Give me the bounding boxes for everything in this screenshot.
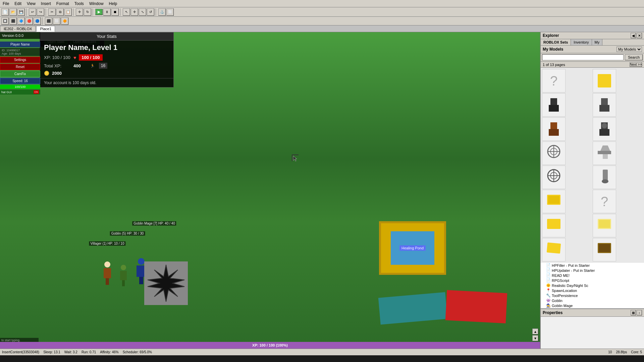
save-btn[interactable]: 💾: [17, 8, 25, 16]
move-tool[interactable]: ✛: [131, 8, 138, 16]
model-cell-12[interactable]: ?: [593, 190, 616, 213]
anchor-btn[interactable]: ⚓: [158, 8, 166, 16]
tb2-btn5[interactable]: 🔵: [34, 17, 41, 25]
model-cell-7[interactable]: [542, 141, 566, 165]
tab-ie202[interactable]: IE202 - ROBLOX: [0, 26, 36, 32]
svg-rect-3: [550, 98, 557, 105]
prop-sort-icon[interactable]: ↕: [637, 310, 642, 315]
reset-button[interactable]: Reset: [0, 64, 40, 70]
new-btn[interactable]: 📄: [1, 8, 9, 16]
tree-item-8[interactable]: 🧙Goblin Mage: [541, 303, 644, 308]
version-text: Version 0.0.0: [2, 34, 23, 38]
tb2-btn2[interactable]: ⬛: [9, 17, 17, 25]
model-cell-6[interactable]: [593, 117, 616, 141]
tb2-btn6[interactable]: ⬛: [45, 17, 52, 25]
stop-button[interactable]: ⏹: [111, 8, 119, 16]
menu-file[interactable]: File: [0, 1, 12, 7]
svg-point-24: [602, 179, 608, 183]
model-cell-10[interactable]: [593, 166, 616, 189]
tree-item-5[interactable]: 📍SpawnLocation: [541, 288, 644, 293]
tab-my[interactable]: My: [592, 39, 603, 45]
model-cell-16[interactable]: [593, 238, 616, 261]
menu-edit[interactable]: Edit: [12, 1, 24, 7]
prop-grid-icon[interactable]: ⊞: [631, 310, 636, 315]
pond-outer: Healing Pond: [379, 221, 446, 275]
explorer-header: Explorer ◀ ✕: [541, 32, 644, 39]
menu-tools[interactable]: Tools: [72, 1, 87, 7]
tb2-btn3[interactable]: 🔷: [17, 17, 25, 25]
model-search-input[interactable]: [542, 54, 624, 60]
red-block: [445, 290, 507, 323]
speed-button[interactable]: Speed: 16: [0, 78, 40, 84]
collide-btn[interactable]: ⬜: [166, 8, 174, 16]
toolbar-2: 🔲 ⬛ 🔷 🔴 🔵 ⬛ ⬜ 🔶: [0, 17, 644, 25]
chat-toggle[interactable]: Ch: [34, 90, 39, 94]
model-cell-11[interactable]: [542, 190, 566, 213]
properties-title: Properties: [543, 310, 562, 315]
paste-btn[interactable]: 📋: [64, 8, 72, 16]
camfix-button[interactable]: CamFix: [0, 71, 40, 77]
redo-btn[interactable]: ↪: [37, 8, 44, 16]
scroll-up-btn[interactable]: ▲: [532, 328, 538, 335]
speed-badge: 16: [99, 63, 107, 69]
pond-label: Healing Pond: [399, 245, 426, 251]
scroll-down-btn[interactable]: ▼: [532, 335, 538, 341]
tree-item-7[interactable]: 👾Goblin: [541, 298, 644, 303]
model-search-button[interactable]: Search: [625, 54, 643, 60]
model-cell-4[interactable]: [593, 93, 616, 117]
rotate-btn[interactable]: ↻: [84, 8, 91, 16]
tree-item-4[interactable]: 🌞Realistic Day/Night Sc: [541, 283, 644, 288]
model-dropdown[interactable]: My Models: [616, 47, 642, 52]
model-cell-15[interactable]: [542, 238, 566, 261]
stats-panel: Your Stats Player Name, Level 1 XP: 100 …: [40, 32, 174, 87]
player-id: ID: 10499017: [2, 49, 39, 52]
tree-item-6[interactable]: 🔧ToolPersistence: [541, 293, 644, 298]
menu-window[interactable]: Window: [87, 1, 106, 7]
undo-btn[interactable]: ↩: [29, 8, 36, 16]
explorer-close-btn[interactable]: ✕: [637, 33, 642, 38]
open-btn[interactable]: 📂: [9, 8, 17, 16]
model-header-label: My Models: [543, 47, 563, 52]
tab-roblox-sets[interactable]: ROBLOX Sets: [541, 39, 571, 45]
properties-panel: Properties ⊞ ↕: [541, 308, 644, 349]
menu-format[interactable]: Format: [54, 1, 72, 7]
coins-row: 🪙 2000: [40, 70, 173, 77]
game-viewport[interactable]: There is 1 player online Open Stats Open…: [0, 32, 540, 349]
tree-item-1[interactable]: 📄HPUpdater - Put in Starter: [541, 268, 644, 273]
tab-place1[interactable]: Place1: [36, 26, 55, 32]
model-cell-1[interactable]: ?: [542, 69, 566, 93]
tree-item-3[interactable]: 📄RPGScript: [541, 278, 644, 283]
model-cell-5[interactable]: [542, 117, 566, 141]
tb2-btn8[interactable]: 🔶: [61, 17, 68, 25]
model-cell-14[interactable]: [593, 214, 616, 237]
right-panel: Explorer ◀ ✕ ROBLOX Sets Inventory My My…: [540, 32, 644, 349]
move-btn[interactable]: ✛: [76, 8, 83, 16]
tree-item-0[interactable]: 📄HPFiller - Put in Starter: [541, 263, 644, 268]
scale-tool[interactable]: ⤡: [139, 8, 146, 16]
menu-view[interactable]: View: [24, 1, 38, 7]
tab-inventory[interactable]: Inventory: [571, 39, 592, 45]
rotate-tool[interactable]: ↺: [147, 8, 154, 16]
model-cell-3[interactable]: [542, 93, 566, 117]
model-cell-13[interactable]: [542, 214, 566, 237]
play-button[interactable]: ▶: [95, 9, 103, 15]
tb2-btn7[interactable]: ⬜: [53, 17, 60, 25]
model-cell-9[interactable]: [542, 166, 566, 189]
pause-button[interactable]: ⏸: [103, 8, 111, 16]
explorer-pin-btn[interactable]: ◀: [631, 33, 636, 38]
settings-button[interactable]: Settings: [0, 57, 40, 63]
select-tool[interactable]: ↖: [123, 8, 130, 16]
tb2-btn1[interactable]: 🔲: [1, 17, 9, 25]
menu-insert[interactable]: Insert: [38, 1, 54, 7]
next-page-button[interactable]: Next >>: [630, 62, 642, 67]
cut-btn[interactable]: ✂: [48, 8, 56, 16]
tb2-btn4[interactable]: 🔴: [25, 17, 33, 25]
tree-item-2[interactable]: 📄READ ME!: [541, 273, 644, 278]
svg-rect-32: [599, 244, 610, 252]
menu-help[interactable]: Help: [106, 1, 120, 7]
model-cell-2[interactable]: [593, 69, 616, 93]
xp-bar-text: XP: 100 / 100 (100%): [252, 343, 288, 347]
scroll-controls: ▲ ▼: [532, 328, 538, 341]
model-cell-8[interactable]: [593, 141, 616, 165]
copy-btn[interactable]: ⧉: [56, 8, 64, 16]
